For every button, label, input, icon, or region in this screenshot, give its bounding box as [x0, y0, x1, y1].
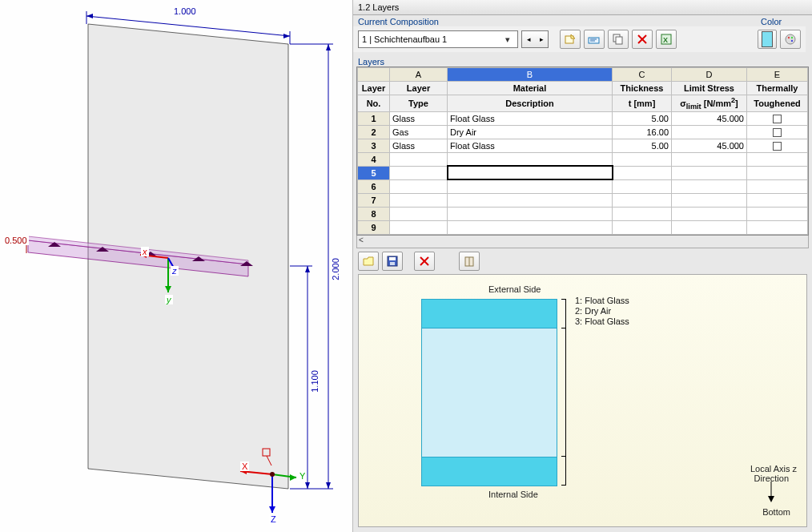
cell-material[interactable]: [448, 207, 613, 220]
cell-toughened[interactable]: [747, 193, 808, 207]
cell-material[interactable]: [448, 179, 613, 193]
cell-material[interactable]: [448, 152, 613, 166]
export-excel-button[interactable]: X: [656, 30, 677, 49]
section-preview: External Side 1: Float Glass 2: Dry Air …: [358, 274, 807, 527]
table-row[interactable]: 9: [358, 220, 808, 234]
row-number[interactable]: 2: [358, 125, 390, 139]
cell-toughened[interactable]: [747, 125, 808, 139]
table-row[interactable]: 2GasDry Air16.00: [358, 125, 808, 139]
checkbox-icon[interactable]: [773, 128, 782, 137]
palette-icon: [784, 33, 797, 46]
cell-type[interactable]: Glass: [390, 111, 448, 125]
model-viewport[interactable]: 1.000 2.000 1.100 0.500 x y z X Y Z: [0, 0, 352, 532]
cell-type[interactable]: [390, 220, 448, 234]
cell-thickness[interactable]: [613, 193, 672, 207]
row-number[interactable]: 9: [358, 220, 390, 234]
cell-thickness[interactable]: [613, 220, 672, 234]
table-row[interactable]: 6: [358, 179, 808, 193]
next-button[interactable]: ▸: [535, 31, 548, 47]
row-number[interactable]: 5: [358, 166, 390, 179]
color-settings-button[interactable]: [780, 30, 801, 49]
cell-type[interactable]: [390, 179, 448, 193]
composition-combo[interactable]: 1 | Schichtenaufbau 1 ▾: [358, 30, 518, 48]
row-number[interactable]: 3: [358, 139, 390, 152]
cell-sigma[interactable]: [672, 166, 747, 179]
col-D[interactable]: D: [672, 68, 747, 82]
checkbox-icon[interactable]: [773, 142, 782, 151]
layers-grid[interactable]: A B C D E Layer Layer Material Thickness…: [356, 66, 809, 236]
cell-thickness[interactable]: 16.00: [613, 125, 672, 139]
cell-type[interactable]: [390, 166, 448, 179]
save-layer-button[interactable]: [382, 252, 403, 271]
cell-toughened[interactable]: [747, 152, 808, 166]
cell-thickness[interactable]: [613, 152, 672, 166]
cell-thickness[interactable]: [613, 166, 672, 179]
row-number[interactable]: 4: [358, 152, 390, 166]
cell-sigma[interactable]: [672, 193, 747, 207]
cell-sigma[interactable]: 45.000: [672, 111, 747, 125]
cell-sigma[interactable]: [672, 179, 747, 193]
cell-material[interactable]: Dry Air: [448, 125, 613, 139]
cell-toughened[interactable]: [747, 111, 808, 125]
row-number[interactable]: 8: [358, 207, 390, 220]
cell-material[interactable]: [448, 220, 613, 234]
cell-thickness[interactable]: 5.00: [613, 139, 672, 152]
cell-sigma[interactable]: 45.000: [672, 139, 747, 152]
cell-sigma[interactable]: [672, 152, 747, 166]
external-side-label: External Side: [488, 284, 541, 294]
delete-layer-button[interactable]: [414, 252, 435, 271]
cell-sigma[interactable]: [672, 220, 747, 234]
cell-thickness[interactable]: [613, 179, 672, 193]
cell-type[interactable]: Gas: [390, 125, 448, 139]
col-A[interactable]: A: [390, 68, 448, 82]
table-row[interactable]: 4: [358, 152, 808, 166]
composition-value: 1 | Schichtenaufbau 1: [362, 34, 501, 44]
composition-stepper[interactable]: ◂ ▸: [521, 30, 549, 48]
new-composition-button[interactable]: [560, 30, 581, 49]
svg-point-52: [791, 40, 793, 42]
row-number[interactable]: 1: [358, 111, 390, 125]
cell-thickness[interactable]: 5.00: [613, 111, 672, 125]
cell-material[interactable]: [448, 193, 613, 207]
delete-composition-button[interactable]: [632, 30, 653, 49]
hdr-E2: Toughened: [747, 95, 808, 112]
library-button[interactable]: [459, 252, 480, 271]
table-row[interactable]: 8: [358, 207, 808, 220]
row-number[interactable]: 7: [358, 193, 390, 207]
copy-composition-button[interactable]: [608, 30, 629, 49]
row-number[interactable]: 6: [358, 179, 390, 193]
cell-sigma[interactable]: [672, 125, 747, 139]
cell-toughened[interactable]: [747, 166, 808, 179]
color-picker-button[interactable]: [758, 30, 777, 49]
open-layer-button[interactable]: [358, 252, 379, 271]
cell-type[interactable]: Glass: [390, 139, 448, 152]
col-E[interactable]: E: [747, 68, 808, 82]
svg-point-49: [786, 34, 795, 44]
cell-type[interactable]: [390, 207, 448, 220]
cell-material[interactable]: Float Glass: [448, 139, 613, 152]
layer-3-glass: [422, 457, 557, 486]
grid-hscroll[interactable]: [356, 236, 809, 248]
checkbox-icon[interactable]: [773, 115, 782, 123]
cell-type[interactable]: [390, 193, 448, 207]
cell-sigma[interactable]: [672, 207, 747, 220]
cell-toughened[interactable]: [747, 139, 808, 152]
cell-material[interactable]: [448, 166, 613, 179]
layers-bracket: [565, 299, 566, 486]
axis-Y: Y: [298, 471, 307, 481]
cell-toughened[interactable]: [747, 179, 808, 193]
table-row[interactable]: 5: [358, 166, 808, 179]
rename-composition-button[interactable]: [584, 30, 605, 49]
cell-material[interactable]: Float Glass: [448, 111, 613, 125]
cell-toughened[interactable]: [747, 220, 808, 234]
prev-button[interactable]: ◂: [522, 31, 535, 47]
table-row[interactable]: 1GlassFloat Glass5.0045.000: [358, 111, 808, 125]
table-row[interactable]: 7: [358, 193, 808, 207]
cell-type[interactable]: [390, 152, 448, 166]
col-B[interactable]: B: [448, 68, 613, 82]
table-row[interactable]: 3GlassFloat Glass5.0045.000: [358, 139, 808, 152]
col-C[interactable]: C: [613, 68, 672, 82]
cell-thickness[interactable]: [613, 207, 672, 220]
cell-toughened[interactable]: [747, 207, 808, 220]
layer-2-gas: [422, 328, 557, 457]
